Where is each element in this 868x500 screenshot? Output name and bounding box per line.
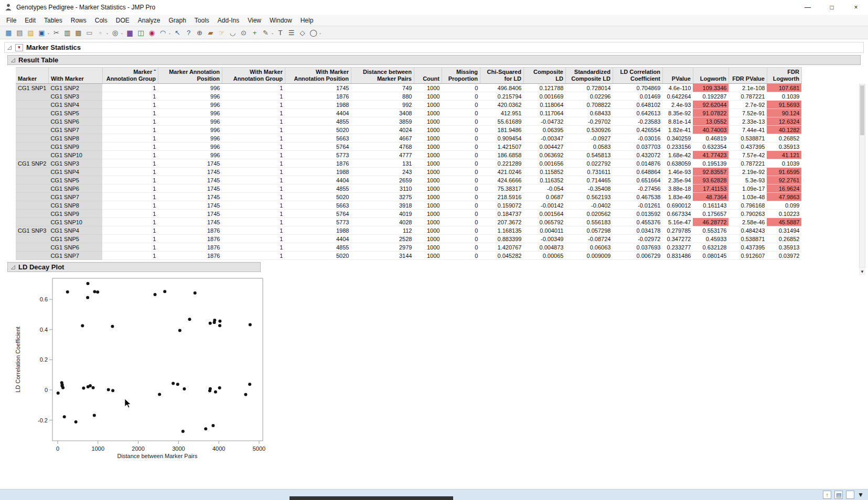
scroll-to-top-icon[interactable]: ↑ <box>823 491 831 499</box>
value-cell: 1000 <box>414 184 442 193</box>
arrow-cursor-icon[interactable]: ↖ <box>172 27 183 38</box>
brush-icon[interactable]: ▰ <box>205 27 216 38</box>
paste-icon[interactable]: ▩ <box>73 27 84 38</box>
column-header[interactable]: PValue <box>662 68 693 84</box>
disclosure-icon[interactable] <box>7 45 12 50</box>
column-header[interactable]: Standardized Composite LD <box>565 68 613 84</box>
magnifier-icon[interactable]: ⊙ <box>238 27 249 38</box>
value-cell: 186.6858 <box>480 151 523 159</box>
x-tick-label: 5000 <box>253 445 265 452</box>
value-cell: 1 <box>102 134 158 143</box>
grabber-hand-icon[interactable]: ☞ <box>216 27 227 38</box>
disclosure-icon[interactable] <box>10 58 16 63</box>
column-header[interactable]: FDR Logworth <box>767 68 801 84</box>
fit-y-by-x-icon[interactable]: ◫ <box>135 27 146 38</box>
red-triangle-menu-icon[interactable]: ▼ <box>15 44 23 51</box>
minimize-button[interactable]: — <box>796 0 820 15</box>
column-header[interactable]: Chi-Squared for LD <box>480 68 523 84</box>
menu-window[interactable]: Window <box>265 16 296 25</box>
table-row: CG1 SNP611876148552979100001.4207670.004… <box>16 243 801 252</box>
copy-format-icon[interactable]: ▭ <box>84 27 95 38</box>
cut-icon[interactable]: ✂ <box>51 27 62 38</box>
ld-plot-svg: -0.200.20.40.6010002000300040005000LD Co… <box>12 275 274 460</box>
value-cell: 0.632128 <box>693 243 728 252</box>
text-annotate-icon[interactable]: T <box>275 27 286 38</box>
menu-analyze[interactable]: Analyze <box>134 16 165 25</box>
lasso-icon[interactable]: ◡ <box>227 27 238 38</box>
menu-file[interactable]: File <box>2 16 20 25</box>
menu-tools[interactable]: Tools <box>190 16 213 25</box>
scrollbar-thumb[interactable] <box>860 85 864 135</box>
column-header[interactable]: With Marker <box>48 68 102 84</box>
value-cell: 0 <box>442 243 480 252</box>
copy-icon[interactable]: ▥ <box>62 27 73 38</box>
value-cell: 55.61689 <box>480 117 523 126</box>
value-cell: 90.124 <box>767 109 801 117</box>
menu-view[interactable]: View <box>243 16 265 25</box>
value-cell: 1000 <box>414 143 442 151</box>
zoom-icon[interactable]: ◎ <box>110 27 121 38</box>
oval-annotate-icon[interactable]: ◯ <box>308 27 319 38</box>
blank-square-icon[interactable] <box>846 491 854 499</box>
scrollbar-track[interactable] <box>859 84 865 268</box>
open-icon[interactable]: ▧ <box>25 27 36 38</box>
line-annotate-icon[interactable]: ☰ <box>286 27 297 38</box>
save-icon[interactable]: ▣ <box>36 27 47 38</box>
menu-edit[interactable]: Edit <box>20 16 40 25</box>
menu-tables[interactable]: Tables <box>40 16 67 25</box>
table-row: CG1 SNP7199615020402410000181.94860.0639… <box>16 126 801 134</box>
tabulate-icon[interactable]: ◉ <box>146 27 157 38</box>
table-row: CG1 SNP711876150203144100000.0452820.000… <box>16 252 801 260</box>
value-cell: 1745 <box>158 210 222 218</box>
toolbar-group-chevron-icon[interactable]: ˇ <box>319 32 323 39</box>
column-header[interactable]: LD Correlation Coefficient <box>613 68 662 84</box>
polygon-annotate-icon[interactable]: ◇ <box>297 27 308 38</box>
data-table-window-icon[interactable]: ▤ <box>834 491 843 499</box>
scrollbar-down-button[interactable]: ▼ <box>859 268 865 275</box>
column-header[interactable]: Marker <box>16 68 48 84</box>
toolbar-group-chevron-icon[interactable]: ˇ <box>271 32 275 39</box>
data-point <box>87 282 90 285</box>
column-header[interactable]: With Marker Annotation Position <box>285 68 351 84</box>
menu-graph[interactable]: Graph <box>164 16 190 25</box>
value-cell: 7.52e-91 <box>728 109 767 117</box>
distribution-icon[interactable]: ▆ <box>124 27 135 38</box>
close-button[interactable]: × <box>844 0 868 15</box>
toolbar-group-chevron-icon[interactable]: ˇ <box>106 32 110 39</box>
column-header[interactable]: FDR PValue <box>728 68 767 84</box>
data-point <box>107 388 110 392</box>
maximize-button[interactable]: □ <box>820 0 844 15</box>
pencil-icon[interactable]: ✎ <box>260 27 271 38</box>
column-header[interactable]: Marker ˆ Annotation Group <box>102 68 158 84</box>
table-vertical-scrollbar[interactable]: ▼ <box>859 84 865 275</box>
report-dropdown-icon[interactable]: ▼ <box>858 492 864 498</box>
value-cell: 0.638059 <box>662 159 693 168</box>
menu-help[interactable]: Help <box>296 16 318 25</box>
value-cell: 107.681 <box>767 84 801 92</box>
help-icon[interactable]: ? <box>183 27 194 38</box>
new-data-table-icon[interactable]: ▦ <box>3 27 14 38</box>
column-header[interactable]: With Marker Annotation Group <box>222 68 285 84</box>
toolbar-group-chevron-icon[interactable]: ˇ <box>121 32 124 39</box>
menu-addins[interactable]: Add-Ins <box>213 16 243 25</box>
menu-doe[interactable]: DOE <box>112 16 134 25</box>
value-cell: 1876 <box>158 252 222 260</box>
toolbar-group-chevron-icon[interactable]: ˇ <box>47 32 51 39</box>
disclosure-icon[interactable] <box>10 265 16 270</box>
column-header[interactable]: Marker Annotation Position <box>158 68 222 84</box>
annotate-plus-icon[interactable]: + <box>249 27 260 38</box>
graph-builder-icon[interactable]: ◠ <box>157 27 168 38</box>
toolbar-group-chevron-icon[interactable]: ˇ <box>168 32 172 39</box>
value-cell: 0.045282 <box>480 252 523 260</box>
menu-rows[interactable]: Rows <box>67 16 91 25</box>
value-cell: 0.437395 <box>728 243 767 252</box>
paste-format-icon[interactable]: ▫ <box>95 27 106 38</box>
new-journal-icon[interactable]: ▤ <box>14 27 25 38</box>
column-header[interactable]: Distance between Marker Pairs <box>351 68 414 84</box>
crosshair-icon[interactable]: ⊕ <box>194 27 205 38</box>
column-header[interactable]: Logworth <box>693 68 728 84</box>
column-header[interactable]: Composite LD <box>523 68 565 84</box>
column-header[interactable]: Missing Proportion <box>442 68 480 84</box>
column-header[interactable]: Count <box>414 68 442 84</box>
menu-cols[interactable]: Cols <box>91 16 112 25</box>
